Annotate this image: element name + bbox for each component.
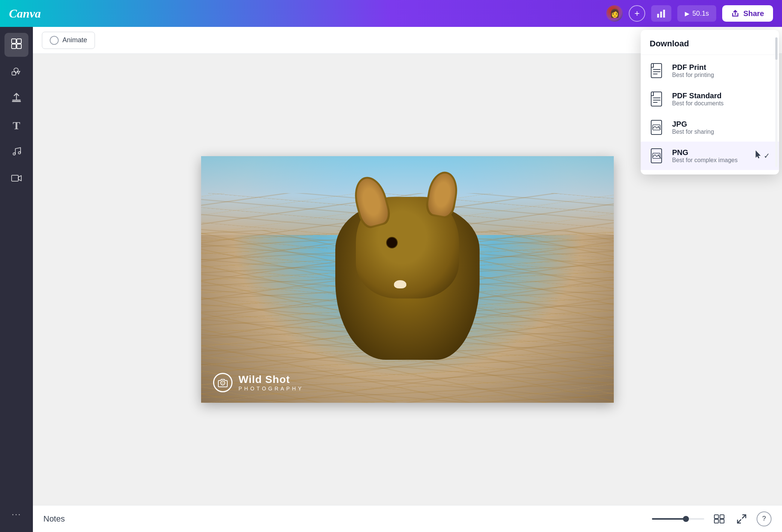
cursor-icon <box>754 150 763 162</box>
notes-label[interactable]: Notes <box>43 514 65 524</box>
jpg-desc: Best for sharing <box>672 129 770 135</box>
pdf-standard-title: PDF Standard <box>672 92 770 100</box>
watermark-subtitle: PHOTOGRAPHY <box>238 386 304 392</box>
pdf-print-desc: Best for printing <box>672 72 770 78</box>
svg-rect-32 <box>720 519 724 523</box>
svg-rect-30 <box>720 515 724 519</box>
play-duration: 50.1s <box>692 10 709 18</box>
animate-label: Animate <box>62 36 87 44</box>
deer-head <box>356 197 459 299</box>
avatar[interactable]: 👩 <box>606 5 623 22</box>
svg-rect-15 <box>651 64 662 78</box>
svg-point-11 <box>18 152 21 154</box>
slider-track <box>652 518 704 520</box>
watermark-title: Wild Shot <box>238 373 304 386</box>
bottom-bar-right: ? <box>652 511 772 526</box>
deer-nose <box>394 280 406 288</box>
svg-rect-6 <box>17 44 21 49</box>
png-title: PNG <box>672 148 756 157</box>
deer-eye <box>387 238 397 248</box>
svg-rect-19 <box>651 92 662 106</box>
dropdown-title: Download <box>641 34 779 55</box>
sidebar-item-video[interactable] <box>4 167 28 191</box>
sidebar-item-text[interactable]: T <box>4 114 28 137</box>
svg-rect-2 <box>663 10 665 18</box>
png-text: PNG Best for complex images <box>672 148 756 164</box>
check-icon: ✓ <box>764 151 770 160</box>
more-icon: ··· <box>12 509 21 519</box>
svg-rect-31 <box>714 519 718 523</box>
pdf-print-icon <box>650 62 665 79</box>
sidebar-item-upload[interactable] <box>4 87 28 111</box>
scrollbar-thumb <box>775 37 778 60</box>
expand-button[interactable] <box>734 511 749 526</box>
add-button[interactable]: + <box>629 5 645 22</box>
canva-logo[interactable]: Canva <box>9 7 41 21</box>
slider-thumb[interactable] <box>683 516 689 522</box>
svg-rect-12 <box>12 175 18 181</box>
share-button[interactable]: Share <box>722 5 773 22</box>
sidebar: T ··· <box>0 27 33 532</box>
avatar-image: 👩 <box>606 5 623 22</box>
dropdown-item-pdf-standard[interactable]: PDF Standard Best for documents <box>641 85 779 113</box>
text-icon: T <box>13 119 20 132</box>
grid-view-button[interactable] <box>712 511 727 526</box>
design-canvas: Wild Shot PHOTOGRAPHY <box>201 156 614 403</box>
elements-icon <box>11 65 22 79</box>
sidebar-item-more[interactable]: ··· <box>4 502 28 526</box>
chart-icon <box>656 9 666 18</box>
svg-rect-9 <box>12 101 21 102</box>
sidebar-item-grid[interactable] <box>4 33 28 57</box>
header: Canva 👩 + ▶ 50.1s Share <box>0 0 782 27</box>
svg-point-28 <box>658 154 659 156</box>
deer <box>304 193 511 378</box>
jpg-icon <box>650 119 665 136</box>
play-icon: ▶ <box>685 10 689 17</box>
pdf-standard-icon <box>650 91 665 107</box>
share-icon <box>731 9 739 18</box>
zoom-slider[interactable] <box>652 518 704 520</box>
jpg-text: JPG Best for sharing <box>672 120 770 135</box>
animate-circle-icon <box>50 36 59 45</box>
pdf-standard-text: PDF Standard Best for documents <box>672 92 770 107</box>
svg-marker-8 <box>17 71 20 74</box>
watermark: Wild Shot PHOTOGRAPHY <box>213 373 304 392</box>
dropdown-item-png[interactable]: PNG Best for complex images ✓ <box>641 142 779 170</box>
grid-icon <box>11 38 22 52</box>
svg-rect-29 <box>714 515 718 519</box>
download-dropdown: Download PDF Print Best for printing <box>641 30 779 174</box>
png-desc: Best for complex images <box>672 157 756 164</box>
help-button[interactable]: ? <box>757 511 772 526</box>
svg-rect-5 <box>12 44 16 49</box>
dropdown-item-pdf-print[interactable]: PDF Print Best for printing <box>641 56 779 85</box>
svg-rect-0 <box>657 14 659 18</box>
pdf-standard-desc: Best for documents <box>672 100 770 107</box>
svg-rect-3 <box>12 39 16 43</box>
pdf-print-title: PDF Print <box>672 63 770 72</box>
play-button[interactable]: ▶ 50.1s <box>677 5 716 22</box>
png-icon <box>650 148 665 164</box>
svg-point-14 <box>222 382 224 384</box>
camera-icon <box>213 373 233 392</box>
svg-rect-4 <box>17 39 21 43</box>
animate-button[interactable]: Animate <box>42 32 95 49</box>
svg-point-10 <box>13 153 15 155</box>
video-icon <box>11 173 22 186</box>
bottom-bar: Notes ? <box>33 505 782 532</box>
watermark-text-block: Wild Shot PHOTOGRAPHY <box>238 373 304 392</box>
jpg-title: JPG <box>672 120 770 129</box>
svg-point-25 <box>658 126 659 127</box>
sidebar-item-elements[interactable] <box>4 60 28 84</box>
slider-fill <box>652 518 686 520</box>
header-actions: 👩 + ▶ 50.1s Share <box>606 5 773 22</box>
share-label: Share <box>743 9 764 18</box>
music-icon <box>11 146 22 160</box>
dropdown-item-jpg[interactable]: JPG Best for sharing <box>641 113 779 142</box>
scrollbar-track <box>775 37 778 167</box>
sidebar-item-music[interactable] <box>4 140 28 164</box>
upload-icon <box>11 92 22 106</box>
pdf-print-text: PDF Print Best for printing <box>672 63 770 78</box>
svg-rect-1 <box>660 12 662 18</box>
stats-button[interactable] <box>651 5 671 22</box>
